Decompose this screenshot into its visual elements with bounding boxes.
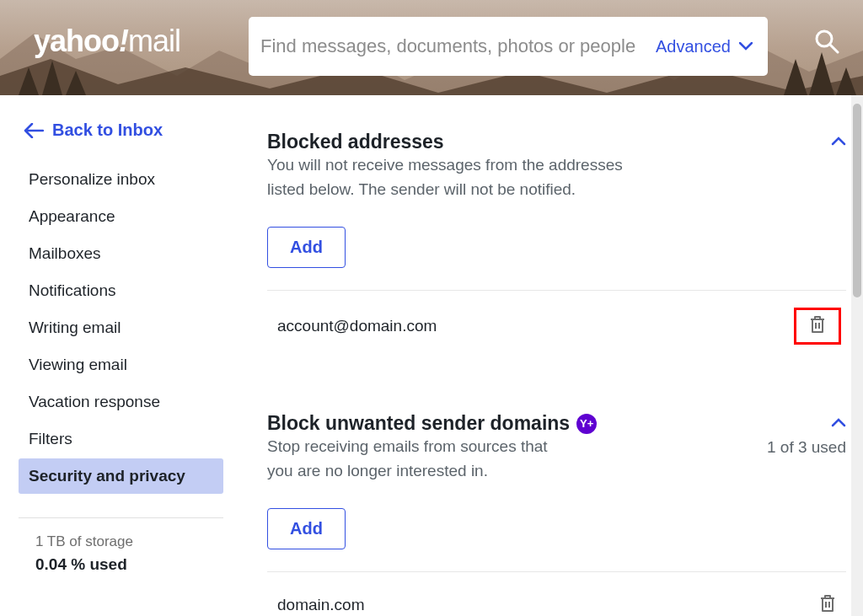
sidebar-divider: [19, 517, 223, 518]
chevron-up-icon: [831, 136, 846, 146]
blocked-address-row: account@domain.com: [267, 290, 846, 362]
back-label: Back to Inbox: [52, 121, 163, 140]
scrollbar-track[interactable]: [851, 95, 863, 616]
add-blocked-address-button[interactable]: Add: [267, 227, 346, 268]
blocked-addresses-desc: You will not receive messages from the a…: [267, 153, 663, 201]
sidebar-item-notifications[interactable]: Notifications: [19, 273, 223, 308]
storage-info: 1 TB of storage 0.04 % used: [0, 533, 249, 574]
add-blocked-domain-button[interactable]: Add: [267, 508, 346, 549]
block-domains-count: 1 of 3 used: [767, 436, 846, 457]
delete-blocked-address-highlight: [794, 308, 841, 345]
sidebar-item-personalize-inbox[interactable]: Personalize inbox: [19, 162, 223, 197]
blocked-address-value: account@domain.com: [277, 317, 437, 335]
svg-line-1: [830, 45, 838, 52]
sidebar-item-appearance[interactable]: Appearance: [19, 199, 223, 234]
block-domains-section: Block unwanted sender domains Y+ Stop re…: [267, 412, 846, 616]
delete-blocked-domain-button[interactable]: [814, 589, 841, 616]
scrollbar-thumb[interactable]: [853, 104, 861, 297]
storage-used: 0.04 % used: [35, 555, 249, 574]
trash-icon: [809, 315, 826, 334]
sidebar-item-writing-email[interactable]: Writing email: [19, 310, 223, 345]
app-header: yahoo!mail Advanced: [0, 0, 863, 95]
chevron-up-icon: [831, 417, 846, 427]
search-icon-button[interactable]: [814, 29, 839, 57]
blocked-addresses-title: Blocked addresses: [267, 131, 663, 153]
sidebar-item-viewing-email[interactable]: Viewing email: [19, 347, 223, 383]
sidebar-item-security-privacy[interactable]: Security and privacy: [19, 458, 223, 494]
blocked-domain-row: domain.com: [267, 571, 846, 616]
yahoo-mail-logo: yahoo!mail: [34, 24, 180, 59]
yahoo-plus-badge: Y+: [576, 414, 597, 434]
advanced-search-toggle[interactable]: Advanced: [651, 37, 768, 56]
search-bar: Advanced: [249, 17, 768, 76]
storage-total: 1 TB of storage: [35, 533, 249, 550]
delete-blocked-address-button[interactable]: [804, 317, 831, 341]
chevron-down-icon: [739, 42, 753, 51]
search-icon: [814, 29, 839, 54]
advanced-label: Advanced: [656, 37, 731, 56]
trash-icon: [819, 594, 836, 613]
collapse-blocked-addresses[interactable]: [831, 131, 846, 149]
sidebar-item-vacation-response[interactable]: Vacation response: [19, 384, 223, 420]
arrow-left-icon: [24, 123, 44, 138]
block-domains-desc: Stop receiving emails from sources that …: [267, 435, 562, 483]
back-to-inbox-link[interactable]: Back to Inbox: [0, 121, 249, 140]
sidebar-item-mailboxes[interactable]: Mailboxes: [19, 236, 223, 271]
blocked-domain-value: domain.com: [277, 596, 365, 614]
sidebar-item-filters[interactable]: Filters: [19, 421, 223, 457]
settings-content: Blocked addresses You will not receive m…: [249, 95, 863, 616]
collapse-block-domains[interactable]: [831, 412, 846, 431]
settings-sidebar: Back to Inbox Personalize inbox Appearan…: [0, 95, 249, 616]
blocked-addresses-section: Blocked addresses You will not receive m…: [267, 131, 846, 362]
search-input[interactable]: [260, 35, 651, 57]
block-domains-title: Block unwanted sender domains: [267, 412, 570, 435]
